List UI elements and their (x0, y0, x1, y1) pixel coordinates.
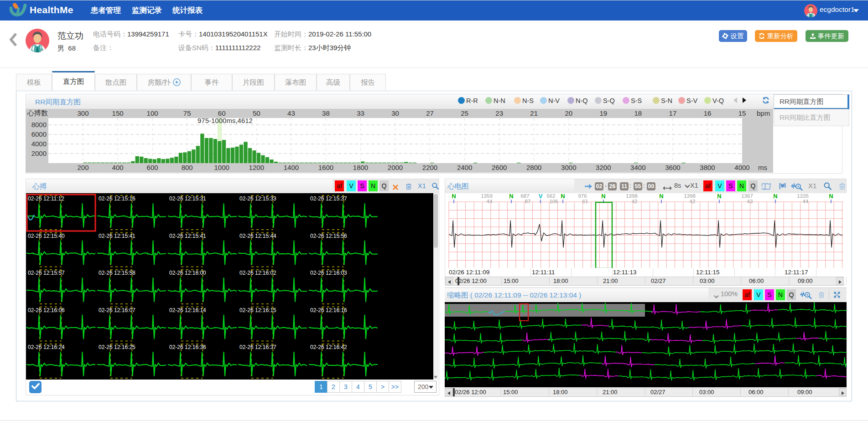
svg-text:20: 20 (565, 109, 572, 117)
svg-text:2000: 2000 (31, 149, 47, 157)
svg-text:19: 19 (599, 109, 607, 117)
svg-text:30: 30 (391, 109, 399, 117)
svg-text:23: 23 (495, 109, 503, 117)
svg-text:44: 44 (487, 199, 493, 204)
svg-text:2400: 2400 (457, 164, 472, 171)
svg-text:02-26 12:16:25: 02-26 12:16:25 (99, 344, 135, 350)
svg-text:1200: 1200 (249, 164, 264, 171)
svg-text:1800: 1800 (353, 164, 368, 171)
svg-text:02-26 12:15:33: 02-26 12:15:33 (239, 195, 276, 202)
svg-text:1335: 1335 (797, 193, 809, 199)
svg-text:43: 43 (747, 199, 753, 204)
svg-text:02-26 12:15:56: 02-26 12:15:56 (310, 233, 347, 239)
svg-text:N: N (561, 193, 565, 200)
svg-text:17: 17 (669, 109, 677, 117)
svg-text:106: 106 (549, 199, 558, 204)
svg-text:02-26 12:15:58: 02-26 12:15:58 (99, 270, 135, 276)
svg-text:1600: 1600 (318, 164, 333, 171)
svg-text:02-26 12:16:00: 02-26 12:16:00 (169, 270, 206, 276)
svg-text:50: 50 (253, 109, 260, 117)
svg-text:800: 800 (182, 164, 193, 171)
svg-text:02-26 12:16:36: 02-26 12:16:36 (169, 344, 206, 350)
svg-text:21: 21 (530, 109, 538, 117)
svg-text:6000: 6000 (31, 130, 47, 138)
svg-text:300: 300 (77, 109, 88, 117)
svg-text:02-26 12:16:07: 02-26 12:16:07 (99, 307, 135, 313)
svg-text:1000: 1000 (214, 164, 229, 171)
svg-text:2800: 2800 (526, 164, 541, 171)
svg-text:02-26 12:15:16: 02-26 12:15:16 (99, 195, 135, 202)
svg-text:N: N (509, 193, 513, 200)
svg-text:687: 687 (520, 193, 529, 199)
svg-text:44: 44 (803, 199, 809, 204)
svg-text:1400: 1400 (284, 164, 299, 171)
svg-text:2000: 2000 (388, 164, 403, 171)
svg-text:150: 150 (112, 109, 124, 117)
svg-text:V: V (539, 193, 543, 200)
svg-text:3200: 3200 (596, 164, 611, 171)
svg-text:02-26 12:15:44: 02-26 12:15:44 (239, 233, 276, 239)
svg-text:02-26 12:15:41: 02-26 12:15:41 (169, 233, 206, 239)
svg-text:60: 60 (218, 109, 226, 117)
svg-text:8000: 8000 (31, 121, 47, 128)
svg-text:1359: 1359 (481, 193, 493, 199)
svg-text:15: 15 (738, 109, 746, 117)
svg-text:02-26 12:16:02: 02-26 12:16:02 (239, 270, 276, 276)
svg-text:400: 400 (112, 164, 124, 171)
svg-text:562: 562 (546, 193, 555, 199)
svg-text:1398: 1398 (626, 193, 638, 199)
svg-text:42: 42 (690, 199, 696, 204)
svg-text:N: N (452, 193, 456, 200)
svg-text:02-26 12:15:40: 02-26 12:15:40 (28, 233, 65, 239)
svg-text:ms: ms (758, 164, 767, 171)
svg-text:3800: 3800 (700, 164, 715, 171)
svg-text:3600: 3600 (665, 164, 680, 171)
svg-text:976: 976 (578, 193, 587, 199)
svg-text:02-26 12:16:24: 02-26 12:16:24 (28, 344, 65, 350)
svg-text:N: N (773, 193, 777, 200)
svg-text:02-26 12:11:12: 02-26 12:11:12 (28, 195, 64, 202)
svg-text:2200: 2200 (422, 164, 437, 171)
svg-text:N: N (829, 193, 833, 200)
svg-text:25: 25 (461, 109, 468, 117)
svg-text:3400: 3400 (630, 164, 645, 171)
svg-text:975-1000ms,4612: 975-1000ms,4612 (198, 117, 253, 124)
svg-text:200: 200 (77, 164, 88, 171)
svg-text:2600: 2600 (492, 164, 507, 171)
svg-text:02-26 12:16:37: 02-26 12:16:37 (239, 344, 276, 350)
svg-text:02-26 12:15:31: 02-26 12:15:31 (169, 195, 206, 202)
svg-text:33: 33 (357, 109, 364, 117)
svg-text:02-26 12:16:15: 02-26 12:16:15 (239, 307, 276, 313)
svg-text:4000: 4000 (31, 140, 47, 148)
svg-text:27: 27 (426, 109, 434, 117)
svg-text:02-26 12:16:16: 02-26 12:16:16 (310, 307, 347, 313)
svg-text:N: N (659, 193, 663, 200)
svg-text:02-26 12:16:42: 02-26 12:16:42 (310, 344, 347, 350)
svg-text:02-26 12:15:41: 02-26 12:15:41 (99, 233, 135, 239)
svg-text:100: 100 (147, 109, 158, 117)
svg-text:600: 600 (147, 164, 158, 171)
svg-text:N: N (601, 193, 605, 200)
svg-text:02-26 12:15:37: 02-26 12:15:37 (310, 195, 347, 202)
svg-text:02-26 12:16:03: 02-26 12:16:03 (310, 270, 347, 276)
svg-text:1398: 1398 (684, 193, 696, 199)
svg-text:02-26 12:16:14: 02-26 12:16:14 (169, 307, 206, 313)
svg-text:42: 42 (632, 199, 638, 204)
svg-text:02-26 12:16:06: 02-26 12:16:06 (28, 307, 65, 313)
svg-text:4000: 4000 (734, 164, 749, 171)
svg-text:43: 43 (287, 109, 295, 117)
svg-text:61: 61 (582, 199, 588, 204)
svg-text:75: 75 (183, 109, 191, 117)
svg-text:1367: 1367 (741, 193, 753, 199)
svg-text:16: 16 (704, 109, 712, 117)
svg-text:02-26 12:15:57: 02-26 12:15:57 (28, 270, 65, 276)
svg-text:18: 18 (634, 109, 642, 117)
svg-text:bpm: bpm (757, 109, 770, 117)
svg-text:心搏数: 心搏数 (27, 109, 48, 117)
svg-text:N: N (717, 193, 721, 200)
svg-text:3000: 3000 (561, 164, 576, 171)
svg-text:38: 38 (322, 109, 330, 117)
svg-text:87: 87 (525, 199, 531, 204)
